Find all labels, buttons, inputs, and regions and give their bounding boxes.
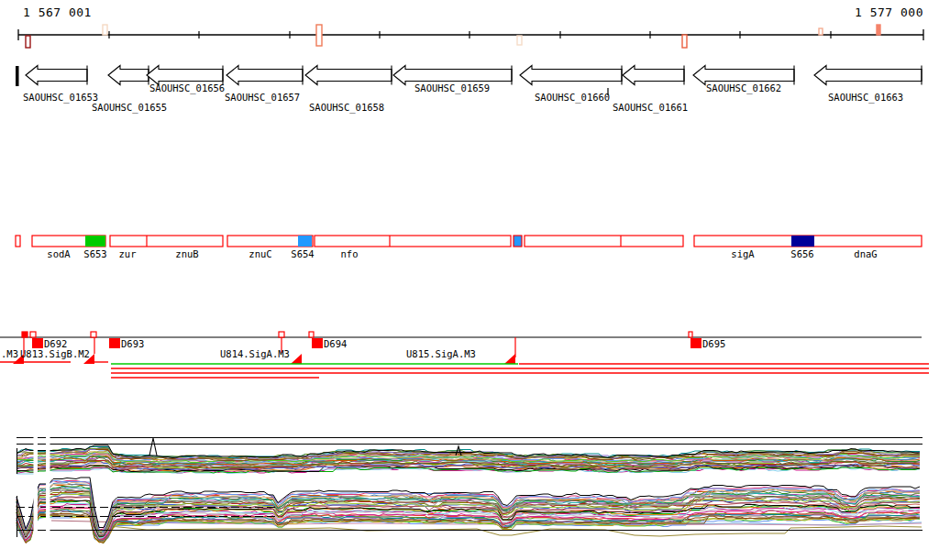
gene-label: SAOUHSC_01660: [535, 92, 610, 104]
gene-label: SAOUHSC_01661: [613, 102, 688, 114]
feature-sub-box[interactable]: [85, 236, 105, 247]
plot-annotation: [149, 438, 157, 456]
feature-box[interactable]: [514, 236, 522, 247]
gene-label: SAOUHSC_01658: [309, 102, 384, 114]
feature-label: zur: [119, 248, 137, 259]
data-gap: [34, 423, 39, 550]
signal-site-mark[interactable]: [22, 332, 28, 337]
gene-label: SAOUHSC_01655: [92, 102, 167, 114]
feature-box[interactable]: [16, 236, 20, 247]
straggler-trace: [110, 526, 922, 536]
signal-site-mark[interactable]: [91, 332, 96, 337]
feature-label: S656: [790, 248, 813, 259]
signal-site-mark[interactable]: [30, 332, 36, 337]
genome-browser-view: 1 567 001 1 577 000 SAOUHSC_01653SAOUHSC…: [0, 0, 939, 560]
gene-arrow[interactable]: [305, 66, 392, 85]
gene-arrow[interactable]: [226, 66, 303, 85]
gene-label: SAOUHSC_01662: [706, 82, 781, 94]
gene-arrow[interactable]: [623, 66, 684, 85]
d-flag[interactable]: [690, 338, 701, 348]
gene-label: SAOUHSC_01653: [23, 92, 98, 104]
d-flag-label: D695: [702, 338, 725, 349]
d-flag-label: D694: [324, 338, 347, 349]
gene-arrow[interactable]: [520, 66, 622, 85]
feature-box[interactable]: [315, 236, 511, 247]
ruler-end-label: 1 577 000: [855, 5, 923, 19]
feature-label: S654: [291, 248, 314, 259]
feature-sub-box[interactable]: [298, 236, 312, 247]
truncated-gene-bar: [16, 66, 19, 86]
feature-sub-box[interactable]: [791, 236, 814, 247]
data-gap: [46, 423, 50, 550]
ruler-feature-marker: [682, 35, 687, 48]
feature-label: nfo: [341, 248, 359, 259]
u-region-triangle[interactable]: [291, 354, 302, 364]
ruler-feature-marker: [517, 36, 522, 45]
gene-label: SAOUHSC_01663: [828, 92, 903, 104]
gene-label: SAOUHSC_01657: [225, 92, 300, 104]
d-flag[interactable]: [109, 338, 120, 348]
u-region-label: .M3: [1, 348, 18, 359]
gene-label: SAOUHSC_01656: [149, 82, 225, 94]
d-flag[interactable]: [32, 338, 43, 348]
ruler-feature-marker: [877, 25, 880, 35]
expression-profile-plot: [17, 423, 922, 550]
feature-label: S653: [83, 248, 106, 259]
u-region-label: U814.SigA.M3: [220, 348, 290, 359]
feature-label: znuB: [175, 248, 198, 259]
feature-label: znuC: [249, 248, 271, 259]
ruler-feature-marker: [316, 25, 322, 46]
feature-box[interactable]: [525, 236, 683, 247]
signal-flag-track: D692D693D694D695.M3U813.SigB.M2U814.SigA…: [0, 332, 929, 378]
coordinate-ruler: 1 567 001 1 577 000: [18, 5, 923, 48]
gene-arrow[interactable]: [108, 66, 149, 85]
u-region-triangle[interactable]: [504, 354, 515, 364]
feature-box[interactable]: [110, 236, 223, 247]
gene-arrow-track: SAOUHSC_01653SAOUHSC_01655SAOUHSC_01656S…: [16, 66, 922, 115]
annotated-feature-track: sodAS653zurznuBznuCS654nfosigAS656dnaG: [16, 236, 922, 259]
signal-site-mark[interactable]: [279, 332, 284, 337]
signal-site-mark[interactable]: [689, 332, 692, 337]
ruler-feature-marker: [103, 25, 107, 35]
d-flag[interactable]: [312, 338, 323, 348]
ruler-feature-marker: [819, 28, 823, 35]
gene-arrow[interactable]: [814, 66, 922, 85]
feature-label: dnaG: [854, 248, 877, 259]
gene-label: SAOUHSC_01659: [414, 82, 490, 94]
gene-arrow[interactable]: [26, 66, 87, 85]
feature-label: sigA: [731, 248, 755, 259]
u-region-label: U813.SigB.M2: [20, 348, 90, 359]
feature-label: sodA: [47, 248, 71, 259]
ruler-feature-marker: [26, 36, 30, 48]
u-region-label: U815.SigA.M3: [406, 348, 476, 359]
d-flag-label: D693: [121, 338, 144, 349]
signal-site-mark[interactable]: [309, 332, 314, 337]
ruler-start-label: 1 567 001: [23, 5, 92, 19]
